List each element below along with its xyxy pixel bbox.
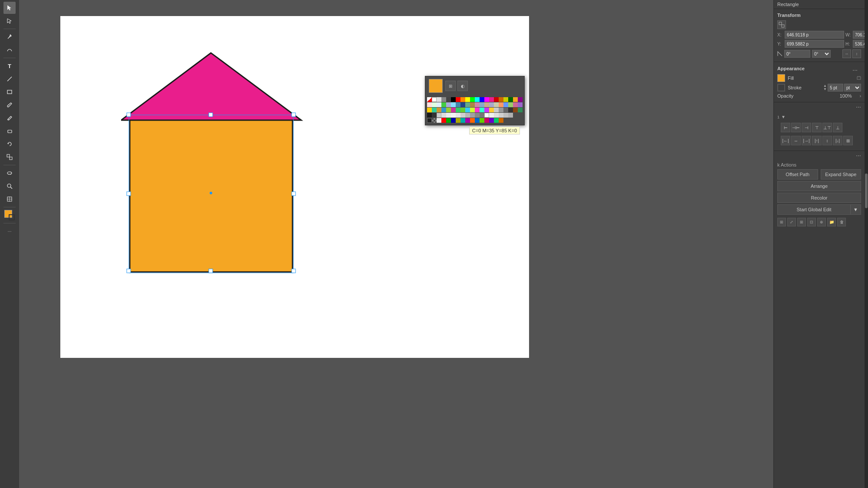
- canvas-area[interactable]: ⊞ ◐: [19, 0, 773, 488]
- color-white[interactable]: [432, 97, 437, 102]
- c16[interactable]: [499, 113, 503, 118]
- color-light-blue[interactable]: [437, 102, 441, 107]
- color-parchment[interactable]: [494, 102, 499, 107]
- color-copper[interactable]: [437, 108, 441, 112]
- global-edit-button[interactable]: Start Global Edit: [777, 204, 850, 215]
- s15[interactable]: [494, 118, 499, 123]
- type-tool[interactable]: T: [3, 60, 16, 72]
- color-charcoal[interactable]: [503, 108, 508, 112]
- s10[interactable]: [470, 118, 475, 123]
- panel-more-2[interactable]: ···: [774, 151, 865, 160]
- align-center-v[interactable]: ⊥⊤: [822, 123, 832, 132]
- s1[interactable]: [427, 118, 432, 123]
- c17[interactable]: [503, 113, 508, 118]
- c6[interactable]: [451, 113, 456, 118]
- x-input[interactable]: [785, 31, 844, 39]
- align-dropdown[interactable]: ▼: [781, 115, 786, 119]
- panel-icon-1[interactable]: ⊞: [777, 218, 786, 226]
- color-lavender[interactable]: [446, 102, 451, 107]
- c14[interactable]: [489, 113, 494, 118]
- angle-input[interactable]: [784, 50, 810, 58]
- color-gold[interactable]: [427, 108, 432, 112]
- stroke-dropdown[interactable]: pt px mm: [844, 84, 861, 92]
- color-amber[interactable]: [513, 97, 518, 102]
- dist-center-v[interactable]: ↕: [822, 136, 832, 145]
- color-black[interactable]: [451, 97, 456, 102]
- c8[interactable]: [460, 113, 465, 118]
- color-lime[interactable]: [508, 102, 513, 107]
- color-olive[interactable]: [503, 97, 508, 102]
- s8[interactable]: [460, 118, 465, 123]
- color-magenta[interactable]: [484, 97, 489, 102]
- color-turquoise[interactable]: [480, 108, 484, 112]
- color-none[interactable]: [427, 97, 432, 102]
- color-purple[interactable]: [518, 97, 523, 102]
- recolor-button[interactable]: Recolor: [777, 193, 861, 203]
- c13[interactable]: [484, 113, 489, 118]
- c3[interactable]: [437, 113, 441, 118]
- s5[interactable]: [446, 118, 451, 123]
- color-medium-gray[interactable]: [499, 108, 503, 112]
- scale-tool[interactable]: [3, 151, 16, 163]
- color-salmon[interactable]: [499, 102, 503, 107]
- curvature-tool[interactable]: [3, 44, 16, 56]
- zoom-tool[interactable]: [3, 180, 16, 192]
- h-input[interactable]: [853, 40, 865, 48]
- color-navy[interactable]: [460, 102, 465, 107]
- panel-icon-4[interactable]: ⊡: [807, 218, 816, 226]
- line-tool[interactable]: [3, 73, 16, 85]
- color-light-red[interactable]: [427, 102, 432, 107]
- color-near-black[interactable]: [508, 108, 513, 112]
- s6[interactable]: [451, 118, 456, 123]
- s13[interactable]: [484, 118, 489, 123]
- opacity-expand[interactable]: ›: [860, 94, 861, 98]
- color-violet[interactable]: [518, 102, 523, 107]
- warp-tool[interactable]: [3, 167, 16, 179]
- color-light-gray[interactable]: [437, 97, 441, 102]
- angle-dropdown[interactable]: 0° 90° 180° 270°: [812, 50, 831, 58]
- scroll-thumb[interactable]: [865, 174, 868, 208]
- direct-selection-tool[interactable]: [3, 15, 16, 27]
- c9[interactable]: [465, 113, 470, 118]
- color-cerulean[interactable]: [441, 108, 446, 112]
- s3[interactable]: [437, 118, 441, 123]
- more-tools[interactable]: ···: [3, 225, 16, 237]
- w-input[interactable]: [853, 31, 865, 39]
- c5[interactable]: [446, 113, 451, 118]
- appearance-more[interactable]: ···: [849, 66, 861, 74]
- rotate-tool[interactable]: [3, 138, 16, 150]
- c4[interactable]: [441, 113, 446, 118]
- color-pink[interactable]: [489, 97, 494, 102]
- dist-center-h[interactable]: ↔: [791, 136, 801, 145]
- fill-options[interactable]: [857, 75, 861, 81]
- panel-more-1[interactable]: ···: [774, 102, 865, 111]
- color-emerald[interactable]: [456, 108, 460, 112]
- color-teal-blue[interactable]: [456, 102, 460, 107]
- color-khaki[interactable]: [484, 102, 489, 107]
- s11[interactable]: [475, 118, 480, 123]
- c2[interactable]: [432, 113, 437, 118]
- color-hot-pink[interactable]: [475, 108, 480, 112]
- color-med-green[interactable]: [441, 102, 446, 107]
- align-top[interactable]: ⊤: [812, 123, 822, 132]
- align-bottom[interactable]: ⊥: [833, 123, 842, 132]
- color-yellow[interactable]: [465, 97, 470, 102]
- color-mauve[interactable]: [475, 102, 480, 107]
- global-edit-arrow[interactable]: ▼: [850, 204, 861, 215]
- rect-tool[interactable]: [3, 86, 16, 98]
- color-dark-gray[interactable]: [446, 97, 451, 102]
- panel-icon-5[interactable]: ⊕: [817, 218, 826, 226]
- align-center-h[interactable]: ⊣⊢: [791, 123, 801, 132]
- c12[interactable]: [480, 113, 484, 118]
- c11[interactable]: [475, 113, 480, 118]
- fill-swatch[interactable]: [777, 74, 785, 82]
- s2[interactable]: [432, 118, 437, 123]
- arrange-button[interactable]: Arrange: [777, 181, 861, 191]
- color-azure[interactable]: [465, 108, 470, 112]
- dist-bottom[interactable]: |↓|: [833, 136, 842, 145]
- panel-icon-2[interactable]: ⤢: [787, 218, 796, 226]
- color-brown-orange[interactable]: [499, 97, 503, 102]
- color-sage[interactable]: [465, 102, 470, 107]
- color-cornflower[interactable]: [503, 102, 508, 107]
- artboard-tool[interactable]: [3, 193, 16, 205]
